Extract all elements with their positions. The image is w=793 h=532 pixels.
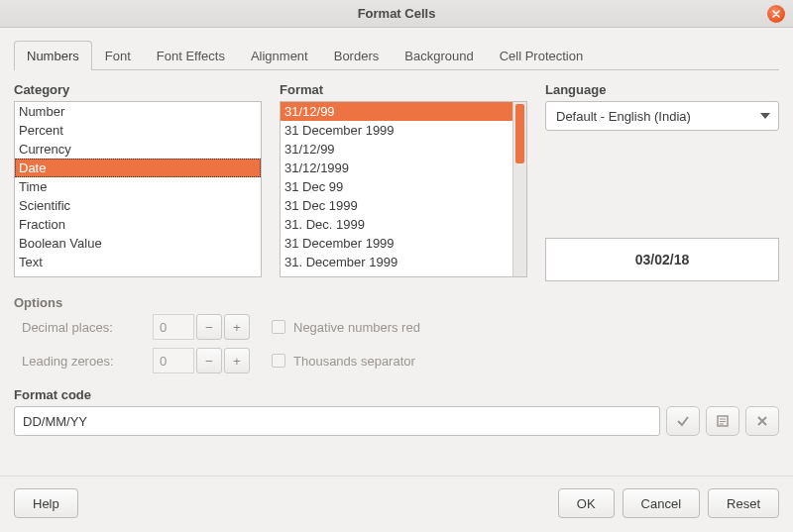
tab-bar: Numbers Font Font Effects Alignment Bord…	[14, 40, 779, 70]
close-button[interactable]	[767, 5, 785, 23]
category-label: Category	[14, 82, 262, 97]
format-code-note-button	[706, 406, 739, 436]
leading-zeroes-increment: +	[224, 348, 250, 373]
category-listbox[interactable]: Number Percent Currency Date Time Scient…	[14, 101, 262, 277]
category-item[interactable]: Text	[15, 253, 261, 271]
dialog-footer: Help OK Cancel Reset	[0, 476, 793, 532]
decimal-places-label: Decimal places:	[14, 320, 153, 335]
format-item[interactable]: 31/12/99	[281, 102, 512, 121]
chevron-down-icon	[760, 113, 770, 119]
category-item[interactable]: Number	[15, 102, 261, 121]
leading-zeroes-label: Leading zeroes:	[14, 354, 153, 369]
format-code-label: Format code	[14, 387, 779, 402]
format-item[interactable]: Fri 31 Dec 99	[281, 271, 512, 276]
format-item[interactable]: 31. December 1999	[281, 253, 512, 271]
ok-button[interactable]: OK	[558, 488, 615, 518]
format-item[interactable]: 31. Dec. 1999	[281, 215, 512, 234]
category-item[interactable]: Time	[15, 177, 261, 196]
window-title: Format Cells	[358, 6, 436, 21]
preview-box: 03/02/18	[545, 238, 779, 281]
negative-red-label: Negative numbers red	[293, 320, 420, 335]
x-icon	[756, 415, 768, 427]
format-scrollbar[interactable]	[512, 102, 526, 276]
category-item[interactable]: Percent	[15, 121, 261, 140]
check-icon	[676, 414, 690, 428]
thousands-sep-label: Thousands separator	[293, 354, 415, 369]
format-item[interactable]: 31 December 1999	[281, 234, 512, 253]
tab-font-effects[interactable]: Font Effects	[144, 41, 238, 70]
format-listbox[interactable]: 31/12/99 31 December 1999 31/12/99 31/12…	[280, 101, 527, 277]
category-item[interactable]: Boolean Value	[15, 234, 261, 253]
checkbox-icon	[272, 354, 285, 368]
tab-borders[interactable]: Borders	[321, 41, 393, 70]
format-item[interactable]: 31/12/1999	[281, 159, 512, 177]
language-select[interactable]: Default - English (India)	[545, 101, 779, 131]
category-item[interactable]: Date	[15, 159, 261, 177]
tab-alignment[interactable]: Alignment	[238, 41, 321, 70]
language-label: Language	[545, 82, 779, 97]
checkbox-icon	[272, 320, 285, 334]
note-icon	[716, 414, 730, 428]
leading-zeroes-decrement: −	[196, 348, 222, 373]
leading-zeroes-spinner: − +	[153, 348, 272, 373]
tab-background[interactable]: Background	[392, 41, 486, 70]
tab-font[interactable]: Font	[92, 41, 144, 70]
tab-numbers[interactable]: Numbers	[14, 41, 92, 70]
decimal-places-input	[153, 314, 194, 340]
format-code-input[interactable]	[14, 406, 660, 436]
language-value: Default - English (India)	[556, 109, 691, 124]
help-button[interactable]: Help	[14, 488, 78, 518]
format-item[interactable]: 31 Dec 1999	[281, 196, 512, 215]
category-item[interactable]: Scientific	[15, 196, 261, 215]
scrollbar-thumb[interactable]	[515, 104, 524, 163]
format-item[interactable]: 31 December 1999	[281, 121, 512, 140]
preview-value: 03/02/18	[635, 252, 690, 267]
decimal-places-decrement: −	[196, 314, 222, 340]
format-label: Format	[280, 82, 527, 97]
titlebar: Format Cells	[0, 0, 793, 28]
close-icon	[772, 10, 780, 18]
leading-zeroes-input	[153, 348, 194, 373]
format-code-remove-button	[745, 406, 779, 436]
format-item[interactable]: 31/12/99	[281, 140, 512, 159]
format-item[interactable]: 31 Dec 99	[281, 177, 512, 196]
cancel-button[interactable]: Cancel	[623, 488, 700, 518]
thousands-sep-checkbox: Thousands separator	[272, 354, 529, 369]
tab-cell-protection[interactable]: Cell Protection	[487, 41, 597, 70]
decimal-places-spinner: − +	[153, 314, 272, 340]
category-item[interactable]: Fraction	[15, 215, 261, 234]
negative-red-checkbox: Negative numbers red	[272, 320, 529, 335]
format-code-apply-button	[666, 406, 700, 436]
category-item[interactable]: Currency	[15, 140, 261, 159]
options-label: Options	[14, 295, 779, 310]
reset-button[interactable]: Reset	[708, 488, 779, 518]
decimal-places-increment: +	[224, 314, 250, 340]
